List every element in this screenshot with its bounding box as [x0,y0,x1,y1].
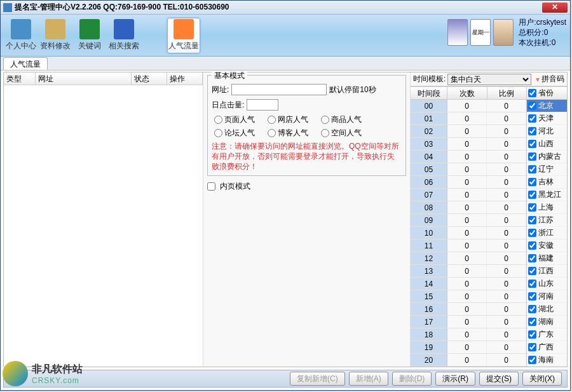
province-checkbox[interactable] [528,280,536,288]
province-checkbox[interactable] [528,191,536,199]
province-item[interactable]: 福建 [527,252,567,265]
col-status[interactable]: 状态 [132,72,167,84]
close-button[interactable]: 关闭(X) [522,372,562,386]
new-button[interactable]: 新增(A) [349,372,388,386]
close-icon[interactable]: ✕ [542,3,568,13]
province-checkbox[interactable] [528,356,536,364]
time-row[interactable]: 0800 [411,201,526,214]
province-item[interactable]: 黑龙江 [527,189,567,201]
province-item[interactable]: 河北 [527,125,567,138]
time-template-select[interactable]: 集中白天 [447,74,531,85]
province-item[interactable]: 安徽 [527,240,567,252]
time-row[interactable]: 0700 [411,189,526,201]
popularity-radio[interactable] [268,129,276,137]
inner-mode-checkbox[interactable] [207,182,215,191]
province-item[interactable]: 江西 [527,265,567,278]
delete-button[interactable]: 删除(D) [392,372,432,386]
submit-button[interactable]: 提交(S) [479,372,519,386]
province-item[interactable]: 上海 [527,201,567,214]
province-checkbox[interactable] [528,267,536,275]
popularity-radio[interactable] [321,116,329,124]
time-row[interactable]: 0400 [411,151,526,163]
time-row[interactable]: 0000 [411,100,526,112]
popularity-radio[interactable] [214,129,222,137]
ribbon-personal[interactable]: 个人中心 [4,18,37,53]
radio-option[interactable]: 商品人气 [321,114,362,125]
province-checkbox[interactable] [528,292,536,301]
province-item[interactable]: 浙江 [527,227,567,240]
province-checkbox[interactable] [528,343,536,351]
demo-button[interactable]: 演示(R) [435,372,475,386]
province-checkbox[interactable] [528,229,536,237]
col-type[interactable]: 类型 [4,72,36,84]
province-item[interactable]: 河南 [527,290,567,303]
col-timeslot[interactable]: 时间段 [411,87,447,99]
province-checkbox[interactable] [528,102,536,110]
time-row[interactable]: 1400 [411,278,526,290]
ribbon-datamod[interactable]: 资料修改 [39,18,72,53]
tab-traffic[interactable]: 人气流量 [3,57,48,70]
click-input[interactable] [247,99,278,111]
radio-option[interactable]: 论坛人气 [214,128,255,139]
province-item[interactable]: 广西 [527,341,567,354]
time-row[interactable]: 0600 [411,176,526,189]
province-item[interactable]: 湖南 [527,316,567,328]
col-action[interactable]: 操作 [167,72,203,84]
province-list[interactable]: 省份 北京天津河北山西内蒙古辽宁吉林黑龙江上海江苏浙江安徽福建江西山东河南湖北湖… [526,87,567,367]
time-row[interactable]: 1800 [411,328,526,341]
province-item[interactable]: 江苏 [527,214,567,227]
url-input[interactable] [231,84,327,95]
province-item[interactable]: 湖北 [527,303,567,316]
time-row[interactable]: 1500 [411,290,526,303]
col-url[interactable]: 网址 [36,72,132,84]
radio-option[interactable]: 网店人气 [268,114,308,125]
province-checkbox[interactable] [528,152,536,161]
province-item[interactable]: 北京 [527,100,567,112]
time-row[interactable]: 0100 [411,112,526,125]
left-grid-body[interactable] [4,85,203,367]
time-row[interactable]: 1100 [411,240,526,252]
province-all-checkbox[interactable] [528,89,536,97]
ribbon-traffic[interactable]: 人气流量 [167,18,200,53]
ribbon-relsearch[interactable]: 相关搜索 [107,18,140,53]
time-row[interactable]: 1300 [411,265,526,278]
col-count[interactable]: 次数 [447,87,487,99]
time-row[interactable]: 1600 [411,303,526,316]
time-table[interactable]: 时间段 次数 比例 000001000200030004000500060007… [411,87,526,367]
province-checkbox[interactable] [528,140,536,148]
time-row[interactable]: 0900 [411,214,526,227]
province-checkbox[interactable] [528,165,536,173]
province-checkbox[interactable] [528,178,536,186]
popularity-radio[interactable] [214,116,222,124]
copy-new-button[interactable]: 复制新增(C) [290,372,345,386]
province-checkbox[interactable] [528,305,536,313]
province-item[interactable]: 广东 [527,328,567,341]
province-checkbox[interactable] [528,241,536,250]
radio-option[interactable]: 页面人气 [214,114,255,125]
time-row[interactable]: 1900 [411,341,526,354]
province-checkbox[interactable] [528,114,536,123]
province-item[interactable]: 海南 [527,354,567,367]
time-row[interactable]: 0200 [411,125,526,138]
radio-option[interactable]: 博客人气 [268,128,308,139]
time-row[interactable]: 0300 [411,138,526,151]
time-row[interactable]: 0500 [411,163,526,176]
time-row[interactable]: 2000 [411,354,526,367]
province-item[interactable]: 辽宁 [527,163,567,176]
province-item[interactable]: 山东 [527,278,567,290]
time-row[interactable]: 1700 [411,316,526,328]
popularity-radio[interactable] [321,129,329,137]
province-item[interactable]: 吉林 [527,176,567,189]
time-row[interactable]: 1200 [411,252,526,265]
province-checkbox[interactable] [528,203,536,212]
province-checkbox[interactable] [528,127,536,135]
province-checkbox[interactable] [528,254,536,262]
time-row[interactable]: 1000 [411,227,526,240]
ribbon-keyword[interactable]: 关键词 [73,18,106,53]
province-item[interactable]: 山西 [527,138,567,151]
province-checkbox[interactable] [528,330,536,339]
province-checkbox[interactable] [528,216,536,224]
province-item[interactable]: 天津 [527,112,567,125]
radio-option[interactable]: 空间人气 [321,128,362,139]
popularity-radio[interactable] [268,116,276,124]
